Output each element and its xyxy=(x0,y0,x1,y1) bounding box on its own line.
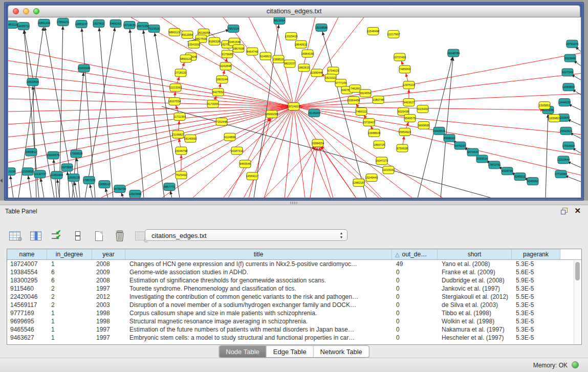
graph-node[interactable]: 16648784 xyxy=(447,49,460,57)
graph-node[interactable]: 746266 xyxy=(350,85,361,93)
graph-node[interactable]: 14569117 xyxy=(246,172,258,180)
graph-node[interactable]: 9313159 xyxy=(8,168,15,176)
table-row[interactable]: 1872400712008Changes of HCN gene express… xyxy=(7,260,581,268)
graph-node[interactable]: 9329966 xyxy=(564,54,576,62)
graph-node[interactable]: 7152448 xyxy=(216,118,227,125)
network-canvas[interactable]: 2085311814055712208914061785423110653237… xyxy=(8,17,581,198)
graph-node[interactable]: 3624554 xyxy=(360,90,371,97)
graph-node[interactable]: 15145457 xyxy=(308,109,321,117)
graph-node[interactable]: 16140993 xyxy=(184,135,197,142)
graph-node[interactable]: 15751074 xyxy=(566,40,579,48)
table-selector-dropdown[interactable]: citations_edges.txt ▴▾ xyxy=(145,229,347,241)
graph-node[interactable]: 2850812 xyxy=(26,148,37,156)
float-panel-icon[interactable] xyxy=(561,208,568,214)
graph-node[interactable]: 1588520 xyxy=(273,55,284,63)
graph-node[interactable]: 11990448 xyxy=(311,69,323,77)
graph-node[interactable]: 9549575 xyxy=(404,114,416,122)
graph-node[interactable]: 16671358 xyxy=(137,22,149,30)
graph-node[interactable]: 9227349 xyxy=(562,69,573,76)
graph-node[interactable]: 9975887 xyxy=(61,164,73,171)
graph-node[interactable]: 1527602 xyxy=(93,19,104,27)
citation-edge-black[interactable] xyxy=(129,25,144,198)
graph-node[interactable]: 8813054 xyxy=(274,17,285,24)
column-header-title[interactable]: title xyxy=(125,249,392,259)
graph-node[interactable]: 9115460 xyxy=(417,105,428,113)
graph-node[interactable]: 17957233 xyxy=(83,177,96,184)
graph-node[interactable]: 8427552 xyxy=(212,89,224,96)
graph-node[interactable]: 16782759 xyxy=(114,185,126,193)
graph-node[interactable]: 12213363 xyxy=(169,84,182,92)
graph-node[interactable]: 9170064 xyxy=(207,100,219,108)
graph-node[interactable]: 20853118 xyxy=(8,20,18,28)
graph-node[interactable]: 10653237 xyxy=(75,20,88,28)
graph-node[interactable]: 11548498 xyxy=(367,27,379,35)
table-row[interactable]: 946362711997Embryonic stem cells: a mode… xyxy=(7,334,581,342)
graph-node[interactable]: 17710364 xyxy=(555,170,568,178)
graph-node[interactable]: 1890725 xyxy=(374,141,385,148)
graph-node[interactable]: 6466161 xyxy=(110,19,121,27)
graph-node[interactable]: 19384554 xyxy=(312,139,324,147)
graph-node[interactable]: 11659821 xyxy=(548,114,560,122)
tab-edge-table[interactable]: Edge Table xyxy=(267,346,314,357)
graph-node[interactable]: 9124899 xyxy=(224,133,235,141)
citation-edge-black[interactable] xyxy=(143,26,164,198)
graph-node[interactable]: 12142737 xyxy=(34,170,47,178)
select-columns-icon[interactable]: ✔✔ xyxy=(50,229,63,243)
graph-node[interactable]: 8186328 xyxy=(209,37,220,45)
graph-node[interactable]: 9318735 xyxy=(502,167,513,175)
graph-node[interactable]: 7615526 xyxy=(148,25,160,32)
table-row[interactable]: 1456911722003Disruption of a novel membe… xyxy=(7,301,581,309)
graph-node[interactable]: 18107554 xyxy=(168,98,181,105)
graph-node[interactable]: 12923468 xyxy=(129,190,142,198)
graph-node[interactable]: 7625402 xyxy=(176,171,187,179)
column-header-out_degree[interactable]: △out_de… xyxy=(392,249,438,259)
graph-node[interactable]: 2867608 xyxy=(233,45,244,52)
graph-node[interactable]: 16409544 xyxy=(433,127,446,135)
show-column-icon[interactable] xyxy=(29,229,42,243)
graph-node[interactable]: 9756928 xyxy=(397,144,408,152)
graph-node[interactable]: 18640910 xyxy=(295,40,308,48)
citation-edge-red[interactable] xyxy=(8,99,294,106)
column-header-pagerank[interactable]: pagerank xyxy=(512,249,560,259)
row-height-icon[interactable] xyxy=(71,229,84,243)
graph-node[interactable]: 15046768 xyxy=(175,147,188,155)
graph-node[interactable]: 9890123 xyxy=(180,55,191,62)
graph-node[interactable]: 12210644 xyxy=(557,156,570,164)
table-row[interactable]: 969969511998Structural magnetic resonanc… xyxy=(7,317,581,325)
graph-node[interactable]: 8912954 xyxy=(182,31,193,38)
graph-node[interactable]: 1080748 xyxy=(373,96,384,104)
citation-edge-red[interactable] xyxy=(318,143,333,198)
tab-network-table[interactable]: Network Table xyxy=(314,346,369,357)
graph-node[interactable]: 10688609 xyxy=(368,129,381,137)
graph-node[interactable]: 9242848 xyxy=(220,62,231,70)
graph-node[interactable]: 15249443 xyxy=(365,174,378,182)
graph-node[interactable]: 17872751 xyxy=(488,161,501,169)
graph-node[interactable]: 20891406 xyxy=(38,19,51,27)
graph-node[interactable]: 12975115 xyxy=(403,81,415,89)
graph-node[interactable]: 12156829 xyxy=(21,168,34,176)
graph-node[interactable]: 2718120 xyxy=(175,69,186,77)
new-table-icon[interactable] xyxy=(92,229,105,243)
table-settings-icon[interactable]: ⚙ xyxy=(8,229,21,243)
citation-edge-red[interactable] xyxy=(8,48,294,106)
graph-node[interactable]: 15692921 xyxy=(560,127,573,135)
window-titlebar[interactable]: citations_edges.txt xyxy=(8,5,580,17)
graph-node[interactable]: 9822037 xyxy=(284,60,295,68)
panel-collapse-arrow[interactable] xyxy=(0,179,3,183)
table-row[interactable]: 977716911998Corpus callosum shape and si… xyxy=(7,309,581,317)
graph-node[interactable]: 11711364 xyxy=(173,113,186,120)
graph-node[interactable]: 11451944 xyxy=(51,171,63,179)
table-row[interactable]: 911546021997Tourette syndrome. Phenomeno… xyxy=(7,285,581,293)
graph-node[interactable]: 19737493 xyxy=(394,53,406,61)
tab-node-table[interactable]: Node Table xyxy=(219,346,267,357)
citation-edge-red[interactable] xyxy=(8,86,294,106)
graph-node[interactable]: 10958107 xyxy=(98,181,111,188)
column-header-in_degree[interactable]: in_degree xyxy=(47,249,92,259)
citation-edge-red[interactable] xyxy=(264,143,318,198)
graph-node[interactable]: 14055712 xyxy=(17,22,30,30)
graph-node[interactable]: 11015042 xyxy=(382,166,395,174)
table-row[interactable]: 1938455462009Genome-wide association stu… xyxy=(7,268,581,276)
graph-node[interactable]: 7957224 xyxy=(228,25,239,32)
citation-edge-red[interactable] xyxy=(287,143,318,198)
graph-node[interactable]: 17016504 xyxy=(562,142,575,149)
